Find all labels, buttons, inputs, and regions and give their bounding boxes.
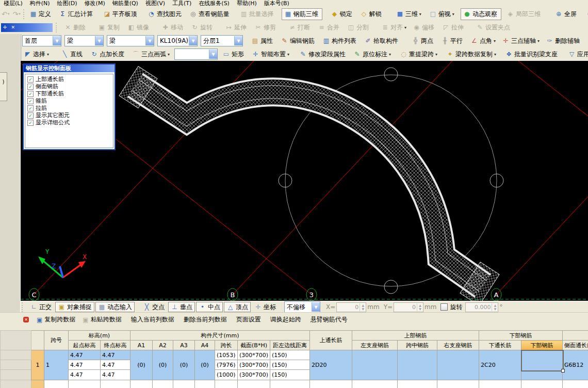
table-cell[interactable]: (0) xyxy=(130,350,153,380)
toolbar-button[interactable]: ⊖ 缩放 ▾ xyxy=(583,8,588,20)
row-number-cell[interactable]: 1 xyxy=(31,350,44,380)
table-cell[interactable]: (1000) xyxy=(215,370,238,380)
display-option-row[interactable]: ✓ 下部通长筋 xyxy=(26,90,112,97)
menu-item[interactable]: 工具(T) xyxy=(169,0,195,7)
toolbar-button[interactable]: ↻ 旋转 xyxy=(188,22,217,34)
menu-item[interactable]: 绘图(D) xyxy=(54,0,81,7)
toolbar-button[interactable]: ▭ 矩形 xyxy=(220,48,248,60)
column-header[interactable]: 下通长筋 xyxy=(479,341,521,350)
snap-toggle-button[interactable]: • 中点 xyxy=(196,302,223,312)
toolbar-button[interactable]: ╲ 直线 xyxy=(58,48,87,60)
column-header-selected[interactable]: 下部钢筋 xyxy=(521,341,563,350)
menu-item[interactable]: 构件(N) xyxy=(26,0,54,7)
floor-combo[interactable]: 首层▼ xyxy=(22,35,61,46)
toolbar-button[interactable]: ✚ 移动 xyxy=(159,22,187,34)
checkbox-checked-icon[interactable]: ✓ xyxy=(27,112,34,119)
table-cell[interactable] xyxy=(310,380,352,388)
y-coordinate-input[interactable]: 0▲▼ xyxy=(394,302,423,312)
table-cell[interactable] xyxy=(69,380,101,388)
toolbar-button[interactable]: ∠ 点角 ▾ xyxy=(468,35,498,47)
snap-toggle-button[interactable]: △ 顶点 xyxy=(224,302,251,312)
toolbar-button[interactable]: ≣ 对齐 ▾ xyxy=(379,22,409,34)
table-cell[interactable]: 4.47 xyxy=(101,370,130,380)
table-cell[interactable] xyxy=(173,380,195,388)
table-toolbar-button[interactable]: 输入当前列数据 xyxy=(125,315,178,325)
rotation-angle-input[interactable]: 0.000▲▼ xyxy=(465,302,498,312)
table-toolbar-button[interactable]: ▣ 粘贴跨数据 xyxy=(79,315,125,325)
toolbar-button[interactable]: ╬ 两点 xyxy=(409,35,437,47)
column-header[interactable]: 跨中钢筋 xyxy=(398,341,437,350)
category-combo[interactable]: 梁▼ xyxy=(64,35,104,46)
table-cell[interactable]: 4.47 xyxy=(69,370,101,380)
table-cell[interactable]: 2C20 xyxy=(479,350,521,380)
span-number-cell[interactable]: 1 xyxy=(44,350,69,380)
column-group-header[interactable]: 上部钢筋 xyxy=(352,331,479,341)
table-cell[interactable] xyxy=(398,380,437,388)
snap-toggle-button[interactable]: ⊥ 垂点 xyxy=(168,302,195,312)
toolbar-button[interactable]: ⌒ 三点画弧 ▾ xyxy=(129,48,172,60)
toolbar-button[interactable]: ↔ 尺寸标注 ▾ xyxy=(585,35,588,47)
table-cell[interactable] xyxy=(479,380,521,388)
table-cell[interactable]: (150) xyxy=(270,370,310,380)
table-cell[interactable]: (150) xyxy=(270,350,310,360)
offset-mode-combo[interactable]: 不偏移▼ xyxy=(284,301,320,313)
table-toolbar-button[interactable]: ▣ 复制跨数据 xyxy=(33,315,79,325)
checkbox-checked-icon[interactable]: ✓ xyxy=(27,84,34,90)
menu-item[interactable]: 修改(M) xyxy=(81,0,109,7)
toolbar-button[interactable]: ✛ 智能布置 ▾ xyxy=(249,48,292,60)
close-icon[interactable]: ✕ xyxy=(23,317,29,322)
element-type-combo[interactable]: 梁▼ xyxy=(107,35,154,46)
toolbar-button[interactable]: □ 俯视 ▾ xyxy=(427,8,457,20)
column-header[interactable]: 距左边线距离 xyxy=(270,341,310,350)
table-cell[interactable] xyxy=(101,380,130,388)
table-cell[interactable]: 2D20 xyxy=(310,350,352,380)
column-header[interactable]: 截面(B*H) xyxy=(238,341,270,350)
toolbar-button[interactable]: ✂ 修剪 xyxy=(252,22,280,34)
menu-item[interactable]: 视图(V) xyxy=(142,0,169,7)
toolbar-button[interactable]: ↻ 点加长度 xyxy=(88,48,128,60)
table-cell[interactable] xyxy=(44,380,69,388)
toolbar-button[interactable]: ↦ 延伸 xyxy=(222,22,251,34)
snap-toggle-button[interactable]: ▦ 动态输入 xyxy=(95,302,135,312)
column-group-header[interactable]: 构件尺寸(mm) xyxy=(130,331,310,341)
toolbar-button[interactable]: ▦ 定义 xyxy=(27,8,55,20)
toolbar-button[interactable]: ◸ 拉伸 xyxy=(439,22,468,34)
column-header[interactable]: 左支座钢筋 xyxy=(352,341,398,350)
undo-button[interactable]: ↶▾ xyxy=(0,10,11,18)
column-header[interactable]: 侧面通长筋 xyxy=(563,341,588,350)
table-cell[interactable] xyxy=(398,350,437,380)
toolbar-button[interactable]: ■ 三维 ▾ xyxy=(394,8,424,20)
table-cell[interactable] xyxy=(215,380,238,388)
column-group-header[interactable]: 标高(m) xyxy=(69,331,130,341)
column-header[interactable]: 起点标高 xyxy=(69,341,101,350)
column-header[interactable]: 右支座钢筋 xyxy=(437,341,479,350)
toolbar-button[interactable]: ✎ 设置夹点 xyxy=(473,22,514,34)
column-header[interactable]: A3 xyxy=(173,341,195,350)
table-cell[interactable] xyxy=(195,380,215,388)
snap-toggle-button[interactable]: ▣ 对象捕捉 xyxy=(55,302,94,312)
toolbar-button[interactable]: ◉ 偏移 xyxy=(410,22,438,34)
table-cell[interactable]: (300*700) xyxy=(238,360,270,370)
snap-toggle-button[interactable]: ╳ 交点 xyxy=(140,302,167,312)
pin-icon[interactable]: ✛ xyxy=(3,25,7,30)
spinner-icon[interactable]: ▲▼ xyxy=(492,303,498,311)
column-header[interactable]: 上通长筋 xyxy=(310,331,352,350)
column-header[interactable]: 终点标高 xyxy=(101,341,130,350)
toolbar-button[interactable]: ◈ 局部三维 xyxy=(504,8,545,20)
toolbar-button[interactable]: Σ 汇总计算 xyxy=(56,8,97,20)
table-cell[interactable] xyxy=(270,380,310,388)
display-option-row[interactable]: ✓ 侧面钢筋 xyxy=(26,83,112,90)
toolbar-button[interactable]: ▥ 批量选择 xyxy=(237,8,278,20)
table-cell[interactable]: 4.47 xyxy=(69,360,101,370)
table-cell[interactable]: (7976) xyxy=(215,360,238,370)
element-name-combo[interactable]: KL10(9A)▼ xyxy=(157,35,198,46)
row-number-cell[interactable] xyxy=(31,380,44,388)
column-header[interactable]: A2 xyxy=(153,341,173,350)
table-cell[interactable] xyxy=(130,380,153,388)
table-cell[interactable]: (1053) xyxy=(215,350,238,360)
table-cell[interactable] xyxy=(238,380,270,388)
toolbar-button[interactable]: ✎ 修改梁段属性 xyxy=(297,48,350,60)
table-cell[interactable] xyxy=(153,380,173,388)
table-cell[interactable] xyxy=(352,350,398,380)
toolbar-button[interactable]: ▣ 复制 xyxy=(95,22,124,34)
